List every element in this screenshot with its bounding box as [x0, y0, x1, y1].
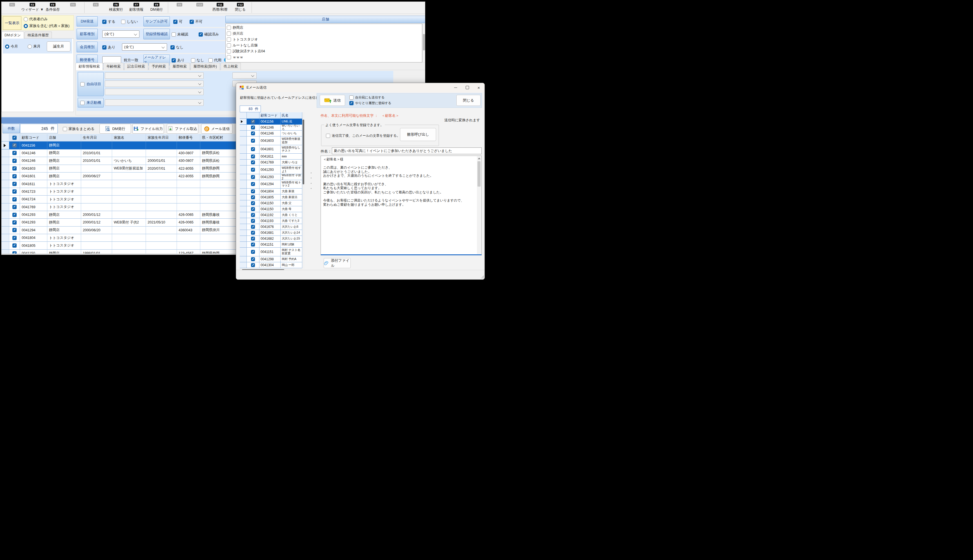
radio-include-family[interactable]: 家族を含む (代表＋家族): [23, 23, 70, 28]
col-zipcode[interactable]: 郵便番号: [177, 134, 200, 142]
customer-type-select[interactable]: (全て): [102, 30, 139, 38]
mail-send-button[interactable]: @ メール送信: [201, 124, 233, 134]
checkbox-icon[interactable]: [251, 175, 255, 179]
checkbox-icon[interactable]: [326, 134, 330, 138]
check-dm-yes[interactable]: する: [102, 19, 115, 24]
checkbox-icon[interactable]: [251, 263, 255, 267]
checkbox-icon[interactable]: [251, 219, 255, 223]
row-checkbox-cell[interactable]: [9, 203, 20, 211]
row-checkbox-cell[interactable]: [9, 165, 20, 173]
col-family-name[interactable]: 家族名: [112, 134, 146, 142]
recipient-row[interactable]: 0041246 ついかいち: [240, 130, 302, 137]
radio-icon[interactable]: [28, 45, 32, 49]
header-select-all[interactable]: [9, 134, 20, 142]
attach-file-button[interactable]: 添付ファイル: [324, 258, 351, 268]
checkbox-icon[interactable]: [227, 37, 231, 42]
recipient-row[interactable]: 0041151 岡村 試験: [240, 242, 302, 248]
checkbox-icon[interactable]: [209, 58, 213, 62]
checkbox-icon[interactable]: [251, 257, 255, 261]
checkbox-icon[interactable]: [251, 155, 255, 158]
radio-representative-only[interactable]: 代表者のみ: [23, 17, 48, 22]
checkbox-icon[interactable]: [190, 20, 194, 24]
recipient-row[interactable]: 0041293 WEB受付 子供2: [240, 174, 302, 180]
recipient-row[interactable]: 0041304 岡山 一郎: [240, 262, 302, 268]
row-checkbox-cell[interactable]: [247, 188, 259, 195]
tab-search-history[interactable]: 検索条件履歴: [25, 32, 52, 38]
check-confirmed[interactable]: 確認済み: [199, 32, 219, 37]
row-checkbox-cell[interactable]: [247, 200, 259, 206]
checkbox-icon[interactable]: [251, 125, 255, 130]
tab-dm-buttons[interactable]: DMボタン: [2, 32, 24, 38]
recipient-row[interactable]: 0041150 大曲 父: [240, 200, 302, 206]
toolbar-button[interactable]: F12 閉じる: [230, 2, 251, 13]
store-list-scrollbar[interactable]: [422, 23, 425, 62]
recipient-row[interactable]: 0041805 大曲 新規11: [240, 195, 302, 200]
resize-grip[interactable]: [481, 276, 484, 278]
checkbox-icon[interactable]: [12, 228, 17, 232]
check-mail-has[interactable]: あり: [172, 58, 185, 63]
recipient-row[interactable]: 0041151 岡村 テスト名前変更: [240, 248, 302, 257]
col-store[interactable]: 店舗: [47, 134, 81, 142]
free-item-select-1[interactable]: [105, 72, 204, 79]
checkbox-icon[interactable]: [12, 243, 17, 248]
recipient-row[interactable]: 0041193 大曲 てすた3: [240, 218, 302, 224]
subject-input[interactable]: 夏の思い出を写真に！イベントにご参加いただきありがとうございました: [332, 147, 482, 154]
checkbox-icon[interactable]: [172, 32, 176, 37]
recipient-row[interactable]: 0041682 大沢たいお15: [240, 236, 302, 242]
checkbox-icon[interactable]: [251, 160, 255, 164]
row-checkbox-cell[interactable]: [247, 145, 259, 154]
row-checkbox-cell[interactable]: [9, 142, 20, 149]
mail-body-box[interactable]: ＜顧客名＞様 この度は、夏のイベントにご参加いただき、 誠にありがとうございまし…: [321, 156, 482, 255]
search-tab[interactable]: 記念日検索: [124, 63, 148, 70]
visit-motive-box[interactable]: 来店動機: [78, 98, 104, 107]
search-tab[interactable]: 売上検索: [221, 63, 241, 70]
check-member-none[interactable]: なし: [171, 45, 184, 50]
row-checkbox-cell[interactable]: [9, 173, 20, 180]
checkbox-icon[interactable]: [251, 250, 255, 254]
checkbox-icon[interactable]: [171, 45, 175, 50]
store-item[interactable]: トトコスタジオ: [227, 37, 422, 42]
toolbar-button[interactable]: F9: [169, 2, 190, 13]
dm-action-button[interactable]: 誕生月: [47, 42, 70, 52]
row-checkbox-cell[interactable]: [9, 211, 20, 218]
dm-issue-button[interactable]: DM発行: [99, 124, 131, 134]
dialog-title-bar[interactable]: Eメール送信: [236, 83, 485, 92]
check-register-history[interactable]: やりとり履歴に登録する: [349, 101, 391, 105]
toolbar-button[interactable]: F3 条件保存: [43, 2, 63, 13]
checkbox-icon[interactable]: [12, 143, 17, 147]
col-customer-code[interactable]: 顧客コード: [259, 112, 281, 119]
recipient-row[interactable]: 0041611 aaa: [240, 153, 302, 160]
row-checkbox-cell[interactable]: [247, 242, 259, 248]
toolbar-button[interactable]: F4: [63, 2, 83, 13]
toolbar-button[interactable]: F11 西暦/和暦: [210, 2, 230, 13]
scroll-up-arrow[interactable]: [478, 158, 481, 159]
checkbox-icon[interactable]: [12, 236, 17, 240]
toolbar-button[interactable]: F7 顧客情報: [126, 2, 147, 13]
check-dm-no[interactable]: しない: [121, 19, 138, 24]
row-checkbox-cell[interactable]: [247, 180, 259, 189]
toolbar-button[interactable]: F10: [190, 2, 210, 13]
checkbox-icon[interactable]: [12, 213, 17, 217]
mail-body-text[interactable]: ＜顧客名＞様 この度は、夏のイベントにご参加いただき、 誠にありがとうございまし…: [323, 157, 475, 253]
scrollbar-thumb[interactable]: [478, 161, 481, 187]
checkbox-icon[interactable]: [227, 32, 231, 36]
checkbox-icon[interactable]: [251, 225, 255, 229]
col-customer-code[interactable]: 顧客コード: [20, 134, 47, 142]
checkbox-icon[interactable]: [191, 58, 195, 62]
checkbox-icon[interactable]: [12, 197, 17, 202]
checkbox-icon[interactable]: [102, 20, 107, 24]
row-checkbox-cell[interactable]: [247, 218, 259, 224]
checkbox-icon[interactable]: [251, 195, 255, 199]
minimize-button[interactable]: [450, 83, 461, 92]
check-member-has[interactable]: あり: [102, 45, 115, 50]
row-checkbox-cell[interactable]: [247, 206, 259, 212]
checkbox-icon[interactable]: [251, 120, 255, 123]
checkbox-icon[interactable]: [227, 49, 231, 53]
checkbox-icon[interactable]: [251, 207, 255, 211]
recipient-row[interactable]: 0041804 大曲 新規: [240, 188, 302, 195]
recipient-row[interactable]: 0041603 WEB受付新規追加: [240, 137, 302, 145]
radio-icon[interactable]: [23, 24, 28, 28]
check-register-template[interactable]: 送信完了後、このメールの文章を登録する。: [326, 133, 400, 138]
checkbox-icon[interactable]: [173, 20, 177, 24]
search-tab[interactable]: 履歴検索: [170, 63, 190, 70]
